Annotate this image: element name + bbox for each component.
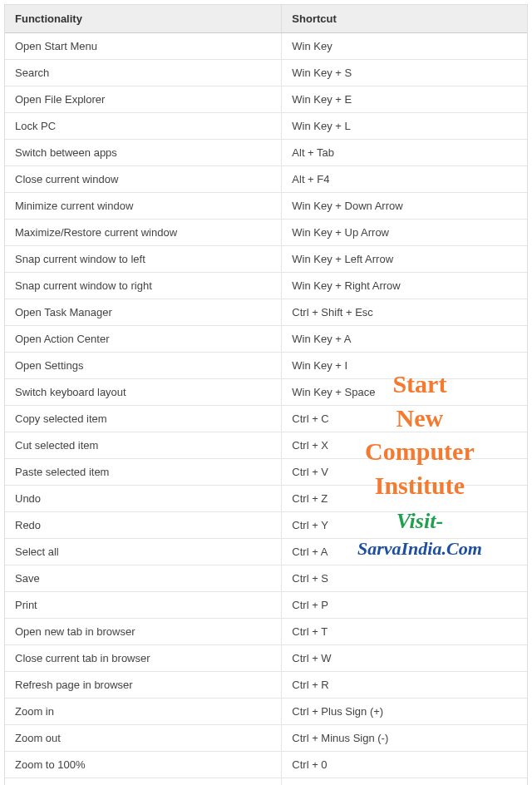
- cell-functionality: Redo: [5, 512, 282, 539]
- cell-shortcut: Win Key + A: [282, 326, 527, 353]
- cell-functionality: Close current tab in browser: [5, 645, 282, 672]
- table-row: Open Task ManagerCtrl + Shift + Esc: [5, 299, 527, 326]
- cell-functionality: Zoom to 100%: [5, 752, 282, 778]
- cell-functionality: Lock PC: [5, 113, 282, 140]
- table-row: Snap current window to leftWin Key + Lef…: [5, 246, 527, 273]
- table-row: Close current windowAlt + F4: [5, 166, 527, 193]
- cell-shortcut: Ctrl + C: [282, 406, 527, 432]
- cell-shortcut: Alt + F4: [282, 166, 527, 193]
- cell-functionality: Undo: [5, 486, 282, 512]
- cell-functionality: Copy selected item: [5, 406, 282, 432]
- cell-functionality: Snap current window to left: [5, 246, 282, 273]
- cell-shortcut: Win Key + Up Arrow: [282, 220, 527, 246]
- cell-functionality: Switch keyboard layout: [5, 379, 282, 406]
- cell-shortcut: Win Key + Left Arrow: [282, 246, 527, 273]
- table-row: Switch keyboard layoutWin Key + Space: [5, 379, 527, 406]
- table-row: Switch between virtual desktopsWin Key +…: [5, 778, 527, 786]
- cell-functionality: Open File Explorer: [5, 86, 282, 113]
- cell-shortcut: Win Key + Right Arrow: [282, 273, 527, 299]
- cell-shortcut: Ctrl + A: [282, 539, 527, 565]
- table-row: Paste selected itemCtrl + V: [5, 459, 527, 486]
- cell-functionality: Search: [5, 60, 282, 86]
- table-row: Lock PCWin Key + L: [5, 113, 527, 140]
- table-row: Zoom outCtrl + Minus Sign (-): [5, 725, 527, 752]
- table-row: Open SettingsWin Key + I: [5, 353, 527, 379]
- cell-shortcut: Win Key: [282, 33, 527, 60]
- table-row: Refresh page in browserCtrl + R: [5, 672, 527, 699]
- table-row: Maximize/Restore current windowWin Key +…: [5, 220, 527, 246]
- cell-functionality: Zoom out: [5, 725, 282, 752]
- cell-shortcut: Win Key + Space: [282, 379, 527, 406]
- cell-shortcut: Ctrl + R: [282, 672, 527, 699]
- cell-functionality: Select all: [5, 539, 282, 565]
- cell-shortcut: Win Key + E: [282, 86, 527, 113]
- cell-functionality: Zoom in: [5, 699, 282, 725]
- cell-shortcut: Win Key + Ctrl + Left/Right Arrow: [282, 778, 527, 786]
- table-row: PrintCtrl + P: [5, 592, 527, 619]
- cell-functionality: Minimize current window: [5, 193, 282, 220]
- cell-shortcut: Ctrl + S: [282, 565, 527, 592]
- table-row: Zoom inCtrl + Plus Sign (+): [5, 699, 527, 725]
- cell-functionality: Open Settings: [5, 353, 282, 379]
- shortcuts-table: Functionality Shortcut Open Start MenuWi…: [5, 5, 527, 785]
- cell-shortcut: Ctrl + W: [282, 645, 527, 672]
- header-shortcut: Shortcut: [282, 5, 527, 33]
- cell-shortcut: Win Key + L: [282, 113, 527, 140]
- cell-shortcut: Ctrl + Minus Sign (-): [282, 725, 527, 752]
- cell-shortcut: Ctrl + P: [282, 592, 527, 619]
- table-body: Open Start MenuWin KeySearchWin Key + SO…: [5, 33, 527, 786]
- cell-shortcut: Ctrl + Shift + Esc: [282, 299, 527, 326]
- cell-shortcut: Ctrl + T: [282, 619, 527, 645]
- cell-functionality: Open Action Center: [5, 326, 282, 353]
- cell-shortcut: Ctrl + Z: [282, 486, 527, 512]
- cell-functionality: Snap current window to right: [5, 273, 282, 299]
- cell-functionality: Close current window: [5, 166, 282, 193]
- table-row: Cut selected itemCtrl + X: [5, 432, 527, 459]
- cell-functionality: Print: [5, 592, 282, 619]
- header-row: Functionality Shortcut: [5, 5, 527, 33]
- cell-functionality: Cut selected item: [5, 432, 282, 459]
- cell-functionality: Open new tab in browser: [5, 619, 282, 645]
- cell-shortcut: Alt + Tab: [282, 140, 527, 166]
- cell-functionality: Open Start Menu: [5, 33, 282, 60]
- cell-shortcut: Ctrl + Plus Sign (+): [282, 699, 527, 725]
- cell-functionality: Switch between apps: [5, 140, 282, 166]
- shortcuts-table-container: Functionality Shortcut Open Start MenuWi…: [4, 4, 528, 785]
- table-row: Snap current window to rightWin Key + Ri…: [5, 273, 527, 299]
- header-functionality: Functionality: [5, 5, 282, 33]
- table-row: Switch between appsAlt + Tab: [5, 140, 527, 166]
- cell-functionality: Save: [5, 565, 282, 592]
- cell-shortcut: Ctrl + 0: [282, 752, 527, 778]
- table-row: Open Action CenterWin Key + A: [5, 326, 527, 353]
- table-row: Open new tab in browserCtrl + T: [5, 619, 527, 645]
- cell-functionality: Maximize/Restore current window: [5, 220, 282, 246]
- cell-functionality: Open Task Manager: [5, 299, 282, 326]
- table-row: Copy selected itemCtrl + C: [5, 406, 527, 432]
- cell-functionality: Paste selected item: [5, 459, 282, 486]
- cell-shortcut: Ctrl + V: [282, 459, 527, 486]
- table-row: RedoCtrl + Y: [5, 512, 527, 539]
- cell-shortcut: Win Key + S: [282, 60, 527, 86]
- table-row: Select allCtrl + A: [5, 539, 527, 565]
- table-row: Open File ExplorerWin Key + E: [5, 86, 527, 113]
- cell-shortcut: Win Key + Down Arrow: [282, 193, 527, 220]
- cell-functionality: Refresh page in browser: [5, 672, 282, 699]
- table-row: SaveCtrl + S: [5, 565, 527, 592]
- table-row: UndoCtrl + Z: [5, 486, 527, 512]
- table-row: Zoom to 100%Ctrl + 0: [5, 752, 527, 778]
- table-row: Minimize current windowWin Key + Down Ar…: [5, 193, 527, 220]
- cell-shortcut: Ctrl + X: [282, 432, 527, 459]
- table-row: Close current tab in browserCtrl + W: [5, 645, 527, 672]
- cell-functionality: Switch between virtual desktops: [5, 778, 282, 786]
- cell-shortcut: Ctrl + Y: [282, 512, 527, 539]
- cell-shortcut: Win Key + I: [282, 353, 527, 379]
- table-row: Open Start MenuWin Key: [5, 33, 527, 60]
- table-row: SearchWin Key + S: [5, 60, 527, 86]
